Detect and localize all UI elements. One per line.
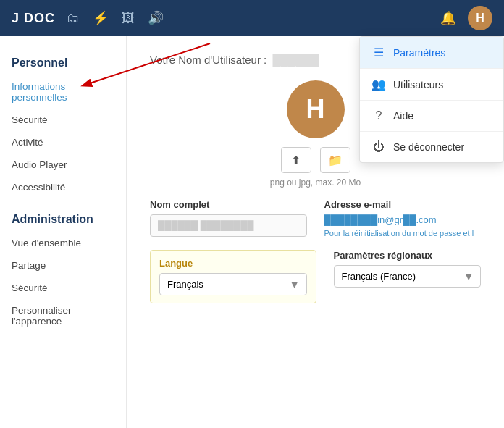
sidebar-item-activite[interactable]: Activité [0, 131, 126, 154]
sidebar-item-securite-admin[interactable]: Sécurité [0, 277, 126, 299]
logo: J DOC [12, 11, 55, 26]
fullname-label: Nom complet [150, 199, 307, 210]
lightning-icon[interactable]: ⚡ [93, 10, 109, 26]
sidebar-item-informations[interactable]: Informations personnelles [0, 75, 126, 109]
user-avatar-button[interactable]: H [468, 6, 492, 30]
dropdown-label-utilisateurs: Utilisateurs [393, 79, 443, 91]
folder-icon[interactable]: 🗂 [67, 11, 80, 26]
user-avatar-display: H [287, 80, 345, 138]
avatar-buttons: ⬆ 📁 [281, 147, 350, 173]
form-row-lang-regional: Langue Français English Deutsch Español … [150, 250, 481, 303]
dropdown-label-deconnecter: Se déconnecter [393, 141, 464, 153]
upload-icon: ⬆ [291, 154, 301, 167]
dropdown-label-aide: Aide [393, 110, 413, 122]
regional-label: Paramètres régionaux [334, 250, 482, 261]
fullname-input[interactable] [150, 214, 307, 237]
language-select-wrapper: Français English Deutsch Español ▼ [159, 273, 307, 295]
form-group-fullname: Nom complet [150, 199, 307, 238]
folder-select-icon: 📁 [328, 154, 343, 167]
sidebar-section-admin: Administration [0, 207, 126, 232]
utilisateurs-icon: 👥 [371, 77, 386, 91]
email-label: Adresse e-mail [324, 199, 482, 210]
language-label: Langue [159, 258, 307, 269]
sidebar-item-vue-ensemble[interactable]: Vue d'ensemble [0, 232, 126, 254]
dropdown-item-parametres[interactable]: ☰ Paramètres [360, 37, 503, 69]
sidebar-item-personnaliser[interactable]: Personnaliser l'apparence [0, 299, 126, 332]
dropdown-item-aide[interactable]: ? Aide [360, 101, 503, 132]
dropdown-label-parametres: Paramètres [393, 47, 445, 59]
deconnecter-icon: ⏻ [371, 140, 386, 154]
sidebar-item-audio-player[interactable]: Audio Player [0, 154, 126, 176]
dropdown-menu: ☰ Paramètres 👥 Utilisateurs ? Aide ⏻ Se … [359, 36, 504, 163]
sidebar-item-securite-personal[interactable]: Sécurité [0, 109, 126, 131]
username-value: ██████ [273, 54, 319, 66]
header: J DOC 🗂 ⚡ 🖼 🔊 🔔 H [0, 0, 504, 36]
dropdown-item-deconnecter[interactable]: ⏻ Se déconnecter [360, 132, 503, 162]
form-row-name-email: Nom complet Adresse e-mail ████████in@gr… [150, 199, 481, 238]
parametres-icon: ☰ [371, 46, 386, 59]
sidebar: Personnel Informations personnelles Sécu… [0, 36, 127, 428]
volume-icon[interactable]: 🔊 [148, 10, 164, 26]
sidebar-item-partage[interactable]: Partage [0, 254, 126, 277]
form-group-language: Langue Français English Deutsch Español … [150, 250, 316, 303]
header-icons: 🗂 ⚡ 🖼 🔊 [67, 10, 429, 26]
regional-select-wrapper: Français (France) English (US) Deutsch (… [334, 265, 482, 288]
form-group-regional: Paramètres régionaux Français (France) E… [334, 250, 482, 303]
avatar-hint: png ou jpg, max. 20 Mo [270, 177, 361, 188]
aide-icon: ? [371, 109, 386, 122]
dropdown-item-utilisateurs[interactable]: 👥 Utilisateurs [360, 69, 503, 101]
language-select[interactable]: Français English Deutsch Español [159, 273, 307, 295]
form-group-email: Adresse e-mail ████████in@gr██.com Pour … [324, 199, 482, 238]
folder-avatar-button[interactable]: 📁 [320, 147, 350, 173]
bell-icon[interactable]: 🔔 [440, 10, 456, 26]
regional-select[interactable]: Français (France) English (US) Deutsch (… [334, 265, 482, 288]
image-icon[interactable]: 🖼 [122, 11, 135, 26]
header-right: 🔔 H [440, 6, 492, 30]
upload-avatar-button[interactable]: ⬆ [281, 147, 311, 173]
sidebar-item-accessibilite[interactable]: Accessibilité [0, 176, 126, 198]
email-hint: Pour la réinitialisation du mot de passe… [324, 229, 474, 238]
email-value: ████████in@gr██.com [324, 214, 482, 225]
sidebar-section-personal: Personnel [0, 51, 126, 75]
